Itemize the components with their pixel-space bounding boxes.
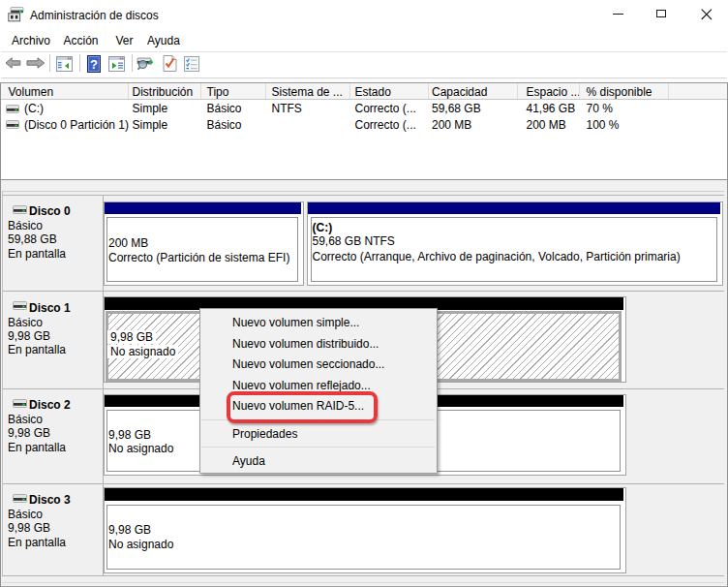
svg-text:?: ? [90, 56, 98, 71]
